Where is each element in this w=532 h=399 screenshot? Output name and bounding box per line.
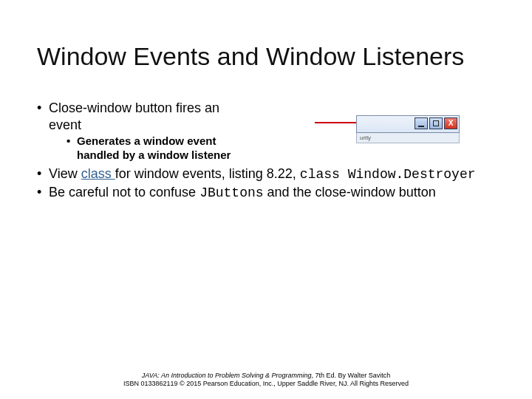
text-close-window-button: and the close-window button (264, 185, 436, 200)
footer-line-2: ISBN 0133862119 © 2015 Pearson Education… (0, 380, 532, 389)
link-class[interactable]: class (81, 166, 115, 181)
window-button-group: X (415, 117, 457, 129)
titlebar: X (356, 115, 460, 133)
text-view: View (49, 166, 81, 181)
slide: Window Events and Window Listeners Close… (0, 0, 532, 399)
bullet-close-window: Close-window button fires an event Gener… (37, 100, 233, 163)
maximize-icon (429, 117, 443, 129)
bullet-be-careful: Be careful not to confuse JButtons and t… (37, 184, 495, 202)
footer-book-title: JAVA: An Introduction to Problem Solving… (142, 372, 312, 379)
text-be-careful: Be careful not to confuse (49, 185, 200, 200)
window-titlebar-figure: X urity (356, 115, 460, 143)
subbar-fragment: urity (356, 133, 460, 143)
close-icon: X (444, 117, 457, 129)
footer-line-1: JAVA: An Introduction to Problem Solving… (0, 372, 532, 381)
sub-bullet-generates: Generates a window event handled by a wi… (66, 134, 233, 163)
minimize-icon (415, 117, 428, 129)
footer-edition-author: , 7th Ed. By Walter Savitch (312, 372, 391, 379)
slide-title: Window Events and Window Listeners (37, 43, 495, 70)
slide-footer: JAVA: An Introduction to Problem Solving… (0, 372, 532, 389)
code-jbuttons: JButtons (200, 185, 263, 200)
sub-bullet-list: Generates a window event handled by a wi… (49, 134, 233, 163)
bullet-text: Close-window button fires an event (49, 100, 219, 132)
bullet-view-class: View class for window events, listing 8.… (37, 166, 495, 183)
code-window-destroyer: class Window.Destroyer (300, 167, 476, 182)
text-for-window-events: for window events, listing 8.22, (115, 166, 300, 181)
